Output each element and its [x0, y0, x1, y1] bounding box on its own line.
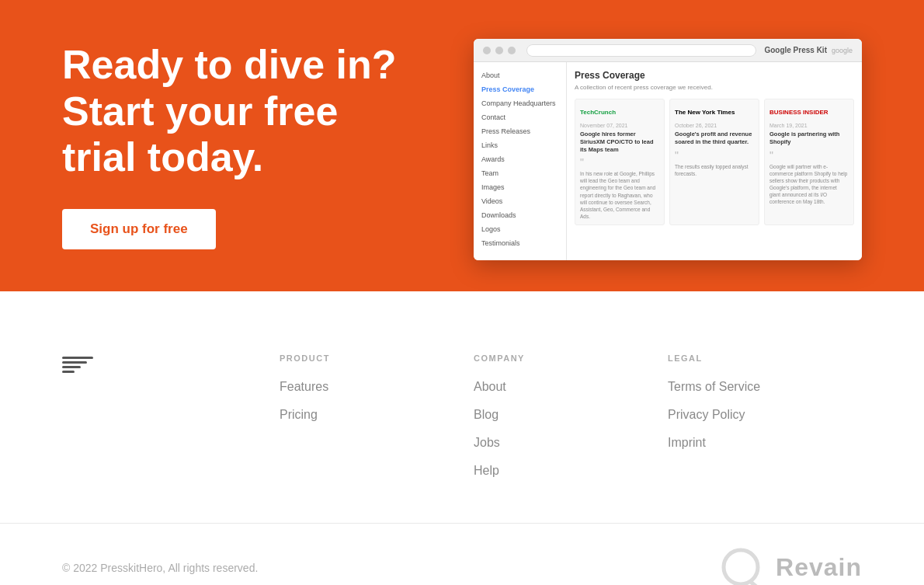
- svg-point-0: [724, 550, 758, 584]
- footer-product-column: PRODUCT Features Pricing: [280, 353, 474, 492]
- press-card-nyt: The New York Times October 26, 2021 Goog…: [669, 99, 759, 225]
- nyt-quote: The results easily topped analyst foreca…: [675, 163, 754, 177]
- sidebar-team: Team: [474, 166, 566, 180]
- signup-button[interactable]: Sign up for free: [62, 209, 216, 249]
- browser-content: About Press Coverage Company Headquarter…: [474, 62, 862, 260]
- sidebar-logos: Logos: [474, 222, 566, 236]
- sidebar-about: About: [474, 68, 566, 82]
- techcrunch-headline: Google hires former SiriusXM CPO/CTO to …: [580, 131, 659, 153]
- press-coverage-heading: Press Coverage: [575, 70, 854, 81]
- copyright-text: © 2022 PresskitHero, All rights reserved…: [62, 562, 258, 574]
- bi-quote-mark: ": [769, 149, 849, 162]
- footer-link-pricing[interactable]: Pricing: [280, 408, 474, 422]
- nyt-headline: Google's profit and revenue soared in th…: [675, 131, 754, 146]
- footer-nav-columns: PRODUCT Features Pricing COMPANY About B…: [280, 353, 862, 492]
- nyt-quote-mark: ": [675, 149, 754, 162]
- sidebar-headquarters: Company Headquarters: [474, 96, 566, 110]
- bi-logo: BUSINESS INSIDER: [769, 104, 849, 120]
- browser-url-bar: [526, 44, 756, 57]
- sidebar-videos: Videos: [474, 194, 566, 208]
- techcrunch-date: November 07, 2021: [580, 123, 659, 128]
- sidebar-testimonials: Testimonials: [474, 236, 566, 250]
- hero-content: Ready to dive in? Start your free trial …: [62, 42, 419, 249]
- nyt-date: October 26, 2021: [675, 123, 754, 128]
- section-gap: [0, 291, 924, 338]
- bi-headline: Google is partnering with Shopify: [769, 131, 849, 146]
- product-screenshot: Google Press Kit google About Press Cove…: [474, 39, 862, 260]
- sidebar-press-releases: Press Releases: [474, 124, 566, 138]
- browser-dot-2: [495, 47, 503, 54]
- logo-line-3: [62, 366, 81, 368]
- footer-link-features[interactable]: Features: [280, 380, 474, 394]
- bi-date: March 19, 2021: [769, 123, 849, 128]
- press-coverage-subtitle: A collection of recent press coverage we…: [575, 84, 854, 91]
- hero-title: Ready to dive in? Start your free trial …: [62, 42, 419, 181]
- sidebar-contact: Contact: [474, 110, 566, 124]
- footer-link-imprint[interactable]: Imprint: [668, 436, 862, 450]
- browser-dot-3: [508, 47, 516, 54]
- browser-domain: google: [832, 47, 853, 54]
- footer-logo-column: [62, 353, 280, 492]
- techcrunch-logo: TechCrunch: [580, 104, 659, 120]
- techcrunch-quote: In his new role at Google, Phillips will…: [580, 170, 659, 220]
- techcrunch-quote-mark: ": [580, 156, 659, 169]
- browser-sidebar: About Press Coverage Company Headquarter…: [474, 62, 567, 260]
- sidebar-awards: Awards: [474, 152, 566, 166]
- footer-link-tos[interactable]: Terms of Service: [668, 380, 862, 394]
- sidebar-links: Links: [474, 138, 566, 152]
- footer-product-heading: PRODUCT: [280, 353, 474, 363]
- footer-columns: PRODUCT Features Pricing COMPANY About B…: [0, 338, 924, 523]
- footer-company-column: COMPANY About Blog Jobs Help: [474, 353, 668, 492]
- logo-line-2: [62, 361, 87, 364]
- bi-quote: Google will partner with e-commerce plat…: [769, 163, 849, 206]
- sidebar-images: Images: [474, 180, 566, 194]
- footer-link-about[interactable]: About: [474, 380, 668, 394]
- footer-legal-heading: LEGAL: [668, 353, 862, 363]
- press-card-bi: BUSINESS INSIDER March 19, 2021 Google i…: [764, 99, 854, 225]
- footer-legal-column: LEGAL Terms of Service Privacy Policy Im…: [668, 353, 862, 492]
- sidebar-press-coverage: Press Coverage: [474, 82, 566, 96]
- footer-link-help[interactable]: Help: [474, 464, 668, 478]
- browser-logo-text: Google Press Kit: [764, 46, 827, 54]
- nyt-logo: The New York Times: [675, 104, 754, 120]
- browser-dot-1: [483, 47, 491, 54]
- browser-bar: Google Press Kit google: [474, 39, 862, 62]
- footer-logo-icon: [62, 357, 93, 373]
- footer-bottom: © 2022 PresskitHero, All rights reserved…: [0, 523, 924, 585]
- hero-section: Ready to dive in? Start your free trial …: [0, 0, 924, 291]
- footer-link-privacy[interactable]: Privacy Policy: [668, 408, 862, 422]
- press-card-techcrunch: TechCrunch November 07, 2021 Google hire…: [575, 99, 665, 225]
- sidebar-downloads: Downloads: [474, 208, 566, 222]
- press-cards-container: TechCrunch November 07, 2021 Google hire…: [575, 99, 854, 225]
- footer-link-blog[interactable]: Blog: [474, 408, 668, 422]
- logo-line-4: [62, 371, 75, 373]
- logo-line-1: [62, 357, 93, 359]
- browser-main-content: Press Coverage A collection of recent pr…: [567, 62, 862, 260]
- revain-text: Revain: [776, 553, 862, 582]
- revain-branding: Revain: [717, 542, 862, 585]
- footer-company-heading: COMPANY: [474, 353, 668, 363]
- footer-link-jobs[interactable]: Jobs: [474, 436, 668, 450]
- revain-icon: [717, 542, 768, 585]
